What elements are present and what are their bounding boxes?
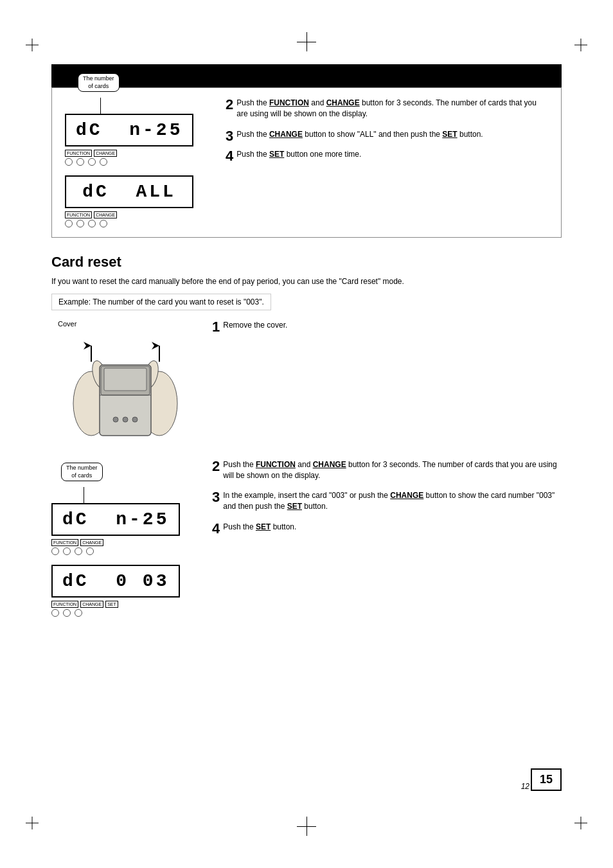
step3-num-cr: 3 bbox=[212, 490, 220, 504]
callout-number-of-cards-top: The number of cards bbox=[78, 73, 120, 92]
function-btn-cr2: FUNCTION bbox=[51, 601, 78, 608]
page-container: The number of cards dC n-25 FUNCTION CHA… bbox=[0, 0, 613, 868]
circle4 bbox=[100, 158, 107, 166]
callout-number-of-cards-cr: The number of cards bbox=[61, 463, 103, 481]
display1-group: The number of cards dC n-25 FUNCTION CHA… bbox=[65, 98, 213, 166]
step2-num-cr: 2 bbox=[212, 459, 220, 474]
func-change-row-top: FUNCTION CHANGE bbox=[65, 150, 213, 157]
cr-step3-btn: CHANGE bbox=[390, 491, 423, 500]
callout-line-cr bbox=[84, 487, 84, 503]
func-change-row-cr1: FUNCTION CHANGE bbox=[51, 539, 199, 546]
page-number-box: 15 bbox=[531, 768, 562, 791]
svg-rect-9 bbox=[104, 368, 147, 391]
display-dc-all: dC ALL bbox=[65, 175, 193, 208]
change-btn-label-all: CHANGE bbox=[94, 211, 117, 218]
cr-step4-btn: SET bbox=[256, 522, 271, 531]
step4-num-cr: 4 bbox=[212, 522, 220, 536]
header-bar bbox=[51, 64, 562, 87]
func-change-row-all: FUNCTION CHANGE bbox=[65, 211, 213, 218]
step4-cr: 4 Push the SET button. bbox=[212, 522, 562, 533]
cr2-circle2 bbox=[63, 609, 71, 617]
crosshair-top bbox=[297, 32, 316, 51]
step2-cr: 2 Push the FUNCTION and CHANGE button fo… bbox=[212, 459, 562, 481]
step3-btn: CHANGE bbox=[269, 130, 303, 139]
reg-mark-br bbox=[574, 817, 587, 829]
callout-line-top bbox=[100, 98, 101, 114]
change-btn-cr2: CHANGE bbox=[80, 601, 103, 608]
content-area: The number of cards dC n-25 FUNCTION CHA… bbox=[51, 64, 562, 804]
step4-num-top: 4 bbox=[226, 149, 233, 163]
cr-circle1 bbox=[51, 547, 59, 555]
step2-btn2: CHANGE bbox=[326, 98, 360, 107]
top-right: 2 Push the FUNCTION and CHANGE button fo… bbox=[226, 98, 548, 227]
card-reset-desc: If you want to reset the card manually b… bbox=[51, 276, 562, 287]
svg-point-10 bbox=[113, 417, 118, 422]
step2-btn1: FUNCTION bbox=[269, 98, 309, 107]
device-illustration-area: Cover bbox=[51, 320, 199, 468]
device-svg bbox=[64, 320, 186, 468]
change-btn-label-top: CHANGE bbox=[94, 150, 117, 157]
step2-text-cr: Push the FUNCTION and CHANGE button for … bbox=[223, 459, 562, 481]
circle3 bbox=[88, 158, 96, 166]
step3-btn2: SET bbox=[442, 130, 457, 139]
step2-num-top: 2 bbox=[226, 98, 233, 112]
example-box: Example: The number of the card you want… bbox=[51, 294, 271, 310]
step4-top: 4 Push the SET button one more time. bbox=[226, 149, 548, 160]
card-reset-left: Cover bbox=[51, 320, 199, 617]
circle2 bbox=[76, 158, 84, 166]
step4-text-cr: Push the SET button. bbox=[223, 522, 562, 533]
reg-mark-bl bbox=[26, 817, 39, 829]
display-dc-n25-cr: dC n-25 bbox=[51, 503, 180, 536]
step3-text-top: Push the CHANGE button to show "ALL" and… bbox=[236, 129, 548, 140]
circles-row-all bbox=[65, 220, 213, 227]
display2-group-top: dC ALL FUNCTION CHANGE bbox=[65, 175, 213, 227]
top-left: The number of cards dC n-25 FUNCTION CHA… bbox=[65, 98, 213, 227]
card-reset-right: 1 Remove the cover. 2 Push the FUNCTION … bbox=[212, 320, 562, 617]
step4-text-top: Push the SET button one more time. bbox=[236, 149, 548, 160]
step3-cr: 3 In the example, insert the card "003" … bbox=[212, 490, 562, 512]
function-btn-cr1: FUNCTION bbox=[51, 539, 78, 546]
change-btn-cr1: CHANGE bbox=[80, 539, 103, 546]
display-dc-003: dC 0 03 bbox=[51, 565, 180, 598]
cr-circle3 bbox=[75, 547, 82, 555]
circle1 bbox=[65, 158, 73, 166]
top-two-col: The number of cards dC n-25 FUNCTION CHA… bbox=[65, 98, 548, 227]
cr-display2-group: dC 0 03 FUNCTION CHANGE SET bbox=[51, 565, 199, 617]
cr-display1-group: The number of cards dC n-25 FUNCTION CHA… bbox=[51, 487, 199, 555]
card-reset-section: Card reset If you want to reset the card… bbox=[51, 254, 562, 617]
circles-row-cr1 bbox=[51, 547, 199, 555]
circle-a2 bbox=[76, 220, 84, 227]
inner-page-number: 12 bbox=[521, 782, 529, 791]
cr-step3-btn2: SET bbox=[287, 502, 302, 511]
cr2-circle1 bbox=[51, 609, 59, 617]
step4-btn: SET bbox=[269, 150, 284, 159]
reg-mark-tl bbox=[26, 39, 39, 51]
card-reset-two-col: Cover bbox=[51, 320, 562, 617]
function-btn-label-top: FUNCTION bbox=[65, 150, 92, 157]
step2-top: 2 Push the FUNCTION and CHANGE button fo… bbox=[226, 98, 548, 120]
top-section: The number of cards dC n-25 FUNCTION CHA… bbox=[51, 87, 562, 238]
circles-row-cr2 bbox=[51, 609, 199, 617]
circles-row-top bbox=[65, 158, 213, 166]
display-dc-n25-top: dC n-25 bbox=[65, 114, 193, 146]
circle-a3 bbox=[88, 220, 96, 227]
cr-circle4 bbox=[86, 547, 94, 555]
cr-step2-btn2: CHANGE bbox=[313, 460, 346, 469]
step3-text-cr: In the example, insert the card "003" or… bbox=[223, 490, 562, 512]
step3-num-top: 3 bbox=[226, 129, 233, 143]
cover-label: Cover bbox=[58, 320, 76, 328]
svg-point-11 bbox=[123, 417, 128, 422]
cr-step2-btn1: FUNCTION bbox=[256, 460, 296, 469]
function-btn-label-all: FUNCTION bbox=[65, 211, 92, 218]
card-reset-title: Card reset bbox=[51, 254, 562, 270]
step1-cr: 1 Remove the cover. bbox=[212, 320, 562, 331]
step3-top: 3 Push the CHANGE button to show "ALL" a… bbox=[226, 129, 548, 140]
cr-circle2 bbox=[63, 547, 71, 555]
step2-text-top: Push the FUNCTION and CHANGE button for … bbox=[236, 98, 548, 120]
cr2-circle3 bbox=[75, 609, 82, 617]
step1-text-cr: Remove the cover. bbox=[223, 320, 562, 331]
reg-mark-tr bbox=[574, 39, 587, 51]
crosshair-bottom bbox=[297, 817, 316, 836]
func-change-row-cr2: FUNCTION CHANGE SET bbox=[51, 601, 199, 608]
circle-a1 bbox=[65, 220, 73, 227]
